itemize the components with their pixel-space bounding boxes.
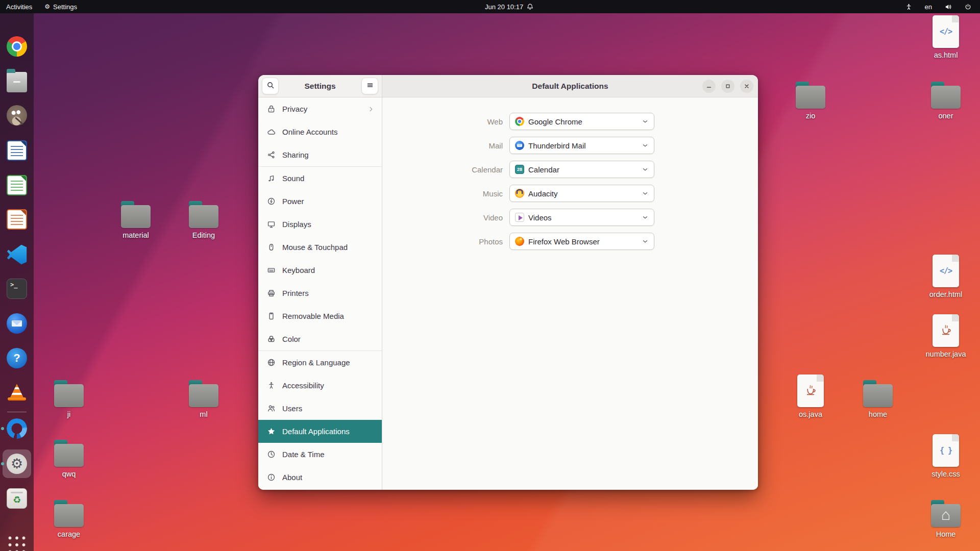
desktop-wallpaper: Activities ⚙ Settings Jun 20 10:17 [0,0,980,551]
dock-item-libreoffice-impress[interactable] [3,205,31,234]
accessibility-menu[interactable] [899,0,919,13]
clock-label: Jun 20 10:17 [485,3,523,11]
desktop-icon-ml[interactable]: ml [176,374,232,418]
dock-item-show-applications[interactable] [3,531,31,551]
dock-item-trash[interactable] [3,484,31,513]
music-dropdown[interactable]: Audacity [509,185,654,202]
desktop-icon-as-html[interactable]: </>as.html [918,15,974,59]
sidebar-item-default-applications[interactable]: Default Applications [258,420,382,443]
primary-menu-button[interactable] [361,78,378,94]
sidebar-item-about[interactable]: About [258,466,382,489]
power-menu[interactable] [958,0,978,13]
folder-icon [54,444,84,467]
lock-icon [267,105,276,113]
desktop-icon-material[interactable]: material [108,195,164,239]
desktop-icon-oner[interactable]: oner [918,76,974,120]
sidebar-item-sound[interactable]: Sound [258,167,382,190]
accessibility-person-icon [905,3,913,11]
row-label-web: Web [382,117,503,126]
libreoffice-impress-icon [7,209,27,230]
desktop-icon-style-css[interactable]: { }style.css [918,434,974,478]
calendar-dropdown[interactable]: 28Calendar [509,161,654,178]
desktop-icon-order-html[interactable]: </>order.html [918,255,974,298]
dock-item-vscode[interactable] [3,240,31,269]
desktop-icon-qwq[interactable]: qwq [41,434,97,478]
sidebar-item-displays[interactable]: Displays [258,213,382,236]
focused-app-menu[interactable]: ⚙ Settings [38,0,83,13]
sidebar-item-date-time[interactable]: Date & Time [258,443,382,466]
search-button[interactable] [262,78,279,94]
clock-icon [267,450,276,459]
dock-item-files[interactable] [3,66,31,95]
removable-media-icon [267,312,276,320]
dock-item-thunderbird[interactable] [3,309,31,338]
sidebar-item-privacy[interactable]: Privacy [258,97,382,120]
google-chrome-icon [515,117,524,126]
dock-item-help[interactable] [3,344,31,372]
desktop-icon-label: qwq [62,470,76,478]
sidebar-item-keyboard[interactable]: Keyboard [258,259,382,282]
dock-item-gimp[interactable] [3,101,31,130]
videos-icon [515,213,524,222]
keyboard-layout-indicator[interactable]: en [919,0,938,13]
row-label-photos: Photos [382,237,503,246]
running-indicator [1,427,4,430]
sidebar-item-mouse-touchpad[interactable]: Mouse & Touchpad [258,236,382,259]
default-app-row-video: VideoVideos [382,209,758,226]
sidebar-item-color[interactable]: Color [258,328,382,350]
settings-gear-icon [7,454,27,474]
video-dropdown[interactable]: Videos [509,209,654,226]
desktop-icon-home[interactable]: home [850,374,906,418]
dock-item-terminal[interactable] [3,274,31,303]
photos-dropdown[interactable]: Firefox Web Browser [509,233,654,250]
row-label-calendar: Calendar [382,165,503,174]
sidebar-item-power[interactable]: Power [258,190,382,213]
desktop-icon-label: material [122,231,149,239]
firefox-icon [515,237,524,246]
sidebar-item-region-language[interactable]: Region & Language [258,351,382,374]
sidebar-item-online-accounts[interactable]: Online Accounts [258,120,382,143]
google-chrome-icon [7,36,27,57]
maximize-button[interactable] [721,80,734,93]
desktop-icon-editing[interactable]: Editing [176,195,232,239]
close-button[interactable] [740,80,753,93]
mouse-icon [267,243,276,252]
dock-item-libreoffice-writer[interactable] [3,136,31,165]
sidebar-item-removable-media[interactable]: Removable Media [258,305,382,328]
mail-dropdown[interactable]: Thunderbird Mail [509,137,654,154]
sidebar-item-printers[interactable]: Printers [258,282,382,305]
dock-item-libreoffice-calc[interactable] [3,171,31,199]
desktop-icon-carage[interactable]: carage [41,494,97,538]
help-icon [7,348,27,368]
default-app-row-photos: PhotosFirefox Web Browser [382,233,758,250]
dock-item-vlc[interactable] [3,379,31,407]
desktop-icon-home[interactable]: Home [918,494,974,538]
volume-menu[interactable] [938,0,958,13]
desktop-icon-label: as.html [934,51,958,59]
globe-icon [267,358,276,367]
desktop-icon-ji[interactable]: ji [41,374,97,418]
dock-item-blue-ring-app[interactable] [3,414,31,443]
dock-item-settings[interactable] [3,449,31,478]
libreoffice-calc-icon [7,175,27,195]
activities-button[interactable]: Activities [0,0,38,13]
power-icon [964,3,972,11]
libreoffice-writer-icon [7,140,27,161]
dock [0,13,34,551]
audacity-icon [515,189,524,198]
row-label-music: Music [382,189,503,198]
dock-item-google-chrome[interactable] [3,32,31,61]
sidebar-item-accessibility[interactable]: Accessibility [258,374,382,397]
desktop-icon-zio[interactable]: zio [782,76,839,120]
desktop-icon-number-java[interactable]: number.java [918,314,974,358]
sidebar-item-users[interactable]: Users [258,397,382,420]
chevron-down-icon [642,238,649,245]
desktop-icon-os-java[interactable]: os.java [782,374,839,418]
clock-menu[interactable]: Jun 20 10:17 [479,0,540,13]
folder-icon [863,384,893,407]
info-icon [267,473,276,482]
keyboard-icon [267,266,276,274]
minimize-button[interactable] [702,80,716,93]
sidebar-item-sharing[interactable]: Sharing [258,143,382,166]
web-dropdown[interactable]: Google Chrome [509,113,654,130]
